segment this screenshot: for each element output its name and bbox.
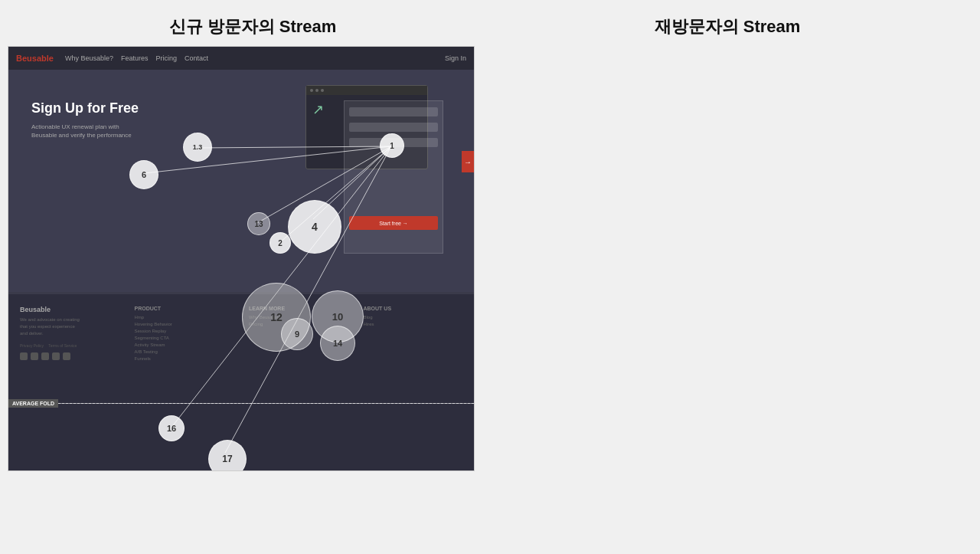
left-social-yt — [52, 352, 60, 360]
left-field-2 — [349, 123, 438, 132]
left-terms: Terms of Service — [48, 343, 77, 348]
left-hero-left: Sign Up for Free Actionable UX renewal p… — [31, 100, 139, 139]
left-panel: Beusable Why Beusable? Features Pricing … — [8, 46, 475, 471]
left-footer: Beusable We and advocate on creating tha… — [8, 294, 474, 470]
left-footer-desc: We and advocate on creating that you exp… — [20, 316, 81, 337]
left-footer-inner: Beusable We and advocate on creating tha… — [8, 294, 474, 375]
left-hero-right: ↗ Start free → — [305, 85, 443, 261]
left-avg-fold-label: AVERAGE FOLD — [8, 399, 58, 408]
left-nav-links: Why Beusable? Features Pricing Contact — [65, 54, 208, 62]
panels-row: Beusable Why Beusable? Features Pricing … — [8, 46, 972, 471]
left-form-overlay: Start free → — [344, 100, 443, 254]
titles-row: 신규 방문자의 Stream 재방문자의 Stream — [15, 15, 965, 38]
left-panel-title: 신규 방문자의 Stream — [169, 17, 337, 36]
left-hero-title: Sign Up for Free — [31, 100, 139, 116]
left-footer-col-product: Product Hmp Hovering Behavior Session Re… — [135, 306, 234, 363]
left-arrow-btn[interactable]: → — [462, 151, 474, 172]
left-nav-link-3: Pricing — [156, 54, 178, 62]
left-chart-arrow: ↗ — [312, 102, 324, 117]
left-social-li — [41, 352, 49, 360]
left-nav-link-2: Features — [121, 54, 149, 62]
left-product-title: Product — [135, 306, 234, 311]
left-hero: Sign Up for Free Actionable UX renewal p… — [8, 70, 474, 292]
left-nav-bar: Beusable Why Beusable? Features Pricing … — [8, 47, 474, 70]
left-cta: Start free → — [349, 216, 438, 230]
left-nav-signin: Sign In — [445, 54, 466, 62]
left-social-tw — [31, 352, 38, 360]
left-nav-link-1: Why Beusable? — [65, 54, 113, 62]
left-browser-top — [306, 86, 427, 95]
right-panel-title: 재방문자의 Stream — [655, 17, 801, 36]
left-hero-subtitle: Actionable UX renewal plan with Beusable… — [31, 123, 139, 139]
left-about-title: About Us — [364, 306, 463, 311]
left-footer-logo: Beusable — [20, 306, 119, 313]
left-field-3 — [349, 138, 438, 147]
left-footer-col-learnmore: Learn More Why Beusable? Pricing — [249, 306, 348, 363]
left-privacy: Privacy Policy — [20, 343, 44, 348]
left-social-em — [63, 352, 70, 360]
left-logo: Beusable — [16, 54, 54, 63]
left-social-icons — [20, 352, 119, 360]
left-nav-link-4: Contact — [185, 54, 208, 62]
left-dot-3 — [321, 89, 324, 92]
left-arrow-icon: → — [464, 158, 472, 166]
left-cta-text: Start free → — [379, 221, 408, 226]
page-container: 신규 방문자의 Stream 재방문자의 Stream Beusable Why… — [0, 0, 980, 554]
left-dot-1 — [310, 89, 313, 92]
left-dot-2 — [315, 89, 318, 92]
left-learn-title: Learn More — [249, 306, 348, 311]
left-footer-legal: Privacy Policy Terms of Service — [20, 343, 119, 348]
left-avg-fold-line — [58, 403, 474, 404]
left-footer-col-brand: Beusable We and advocate on creating tha… — [20, 306, 119, 363]
left-field-1 — [349, 107, 438, 116]
left-avg-fold: AVERAGE FOLD — [8, 399, 474, 408]
left-social-fb — [20, 352, 28, 360]
left-footer-col-aboutus: About Us Blog Hires — [364, 306, 463, 363]
